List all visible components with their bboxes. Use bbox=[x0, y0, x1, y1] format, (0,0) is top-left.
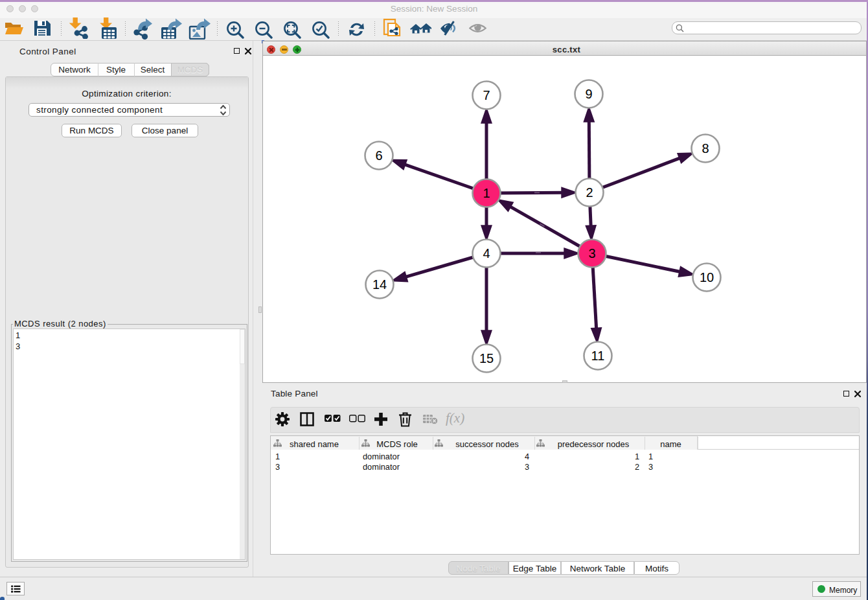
svg-text:14: 14 bbox=[372, 277, 387, 292]
svg-text:11: 11 bbox=[591, 349, 605, 363]
svg-text:4: 4 bbox=[483, 246, 490, 260]
svg-text:10: 10 bbox=[700, 270, 714, 284]
svg-text:6: 6 bbox=[375, 148, 382, 163]
svg-text:9: 9 bbox=[585, 87, 592, 101]
svg-text:3: 3 bbox=[588, 246, 595, 260]
svg-text:15: 15 bbox=[479, 351, 494, 365]
svg-text:8: 8 bbox=[702, 141, 709, 156]
svg-text:1: 1 bbox=[483, 186, 490, 200]
svg-text:7: 7 bbox=[483, 88, 490, 102]
svg-text:2: 2 bbox=[586, 185, 593, 200]
